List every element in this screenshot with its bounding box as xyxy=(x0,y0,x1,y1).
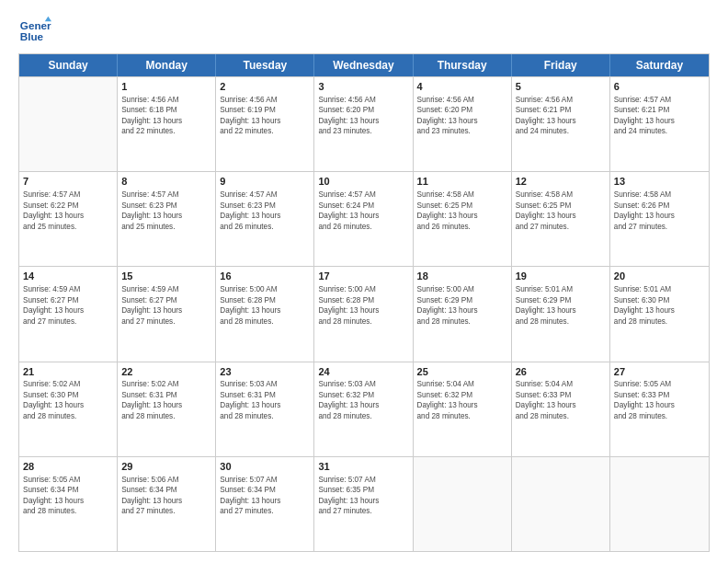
day-info: Sunrise: 4:57 AM Sunset: 6:23 PM Dayligh… xyxy=(220,190,310,232)
day-info: Sunrise: 5:07 AM Sunset: 6:34 PM Dayligh… xyxy=(220,475,310,517)
day-number: 2 xyxy=(220,80,310,94)
day-info: Sunrise: 4:57 AM Sunset: 6:23 PM Dayligh… xyxy=(121,190,211,232)
day-cell-22: 22Sunrise: 5:02 AM Sunset: 6:31 PM Dayli… xyxy=(118,362,216,456)
day-cell-12: 12Sunrise: 4:58 AM Sunset: 6:25 PM Dayli… xyxy=(512,172,610,266)
day-cell-17: 17Sunrise: 5:00 AM Sunset: 6:28 PM Dayli… xyxy=(314,267,413,361)
day-info: Sunrise: 4:59 AM Sunset: 6:27 PM Dayligh… xyxy=(121,284,211,327)
day-info: Sunrise: 5:07 AM Sunset: 6:35 PM Dayligh… xyxy=(318,475,408,517)
day-cell-11: 11Sunrise: 4:58 AM Sunset: 6:25 PM Dayli… xyxy=(414,172,512,266)
week-row-2: 7Sunrise: 4:57 AM Sunset: 6:22 PM Daylig… xyxy=(19,171,709,266)
day-cell-31: 31Sunrise: 5:07 AM Sunset: 6:35 PM Dayli… xyxy=(314,457,413,551)
logo-icon: General Blue xyxy=(18,15,51,48)
day-cell-20: 20Sunrise: 5:01 AM Sunset: 6:30 PM Dayli… xyxy=(610,267,709,361)
day-number: 22 xyxy=(121,365,211,379)
day-cell-30: 30Sunrise: 5:07 AM Sunset: 6:34 PM Dayli… xyxy=(216,457,314,551)
day-cell-3: 3Sunrise: 4:56 AM Sunset: 6:20 PM Daylig… xyxy=(314,77,413,171)
day-number: 23 xyxy=(220,365,310,379)
page: General Blue SundayMondayTuesdayWednesda… xyxy=(0,0,728,563)
day-number: 9 xyxy=(220,175,310,189)
day-info: Sunrise: 5:01 AM Sunset: 6:30 PM Dayligh… xyxy=(614,284,705,327)
day-info: Sunrise: 5:00 AM Sunset: 6:28 PM Dayligh… xyxy=(318,284,408,327)
day-cell-16: 16Sunrise: 5:00 AM Sunset: 6:28 PM Dayli… xyxy=(216,267,314,361)
day-info: Sunrise: 4:56 AM Sunset: 6:19 PM Dayligh… xyxy=(220,95,310,137)
calendar-body: 1Sunrise: 4:56 AM Sunset: 6:18 PM Daylig… xyxy=(19,76,709,551)
day-cell-4: 4Sunrise: 4:56 AM Sunset: 6:20 PM Daylig… xyxy=(414,77,512,171)
svg-text:Blue: Blue xyxy=(20,30,44,42)
day-cell-2: 2Sunrise: 4:56 AM Sunset: 6:19 PM Daylig… xyxy=(216,77,314,171)
day-info: Sunrise: 4:56 AM Sunset: 6:20 PM Dayligh… xyxy=(318,95,408,137)
day-cell-19: 19Sunrise: 5:01 AM Sunset: 6:29 PM Dayli… xyxy=(512,267,610,361)
day-number: 14 xyxy=(23,270,113,283)
day-info: Sunrise: 5:05 AM Sunset: 6:33 PM Dayligh… xyxy=(614,379,705,421)
empty-cell xyxy=(414,457,512,551)
week-row-3: 14Sunrise: 4:59 AM Sunset: 6:27 PM Dayli… xyxy=(19,266,709,361)
day-info: Sunrise: 5:00 AM Sunset: 6:28 PM Dayligh… xyxy=(220,284,310,327)
day-header-thursday: Thursday xyxy=(414,54,512,76)
day-header-saturday: Saturday xyxy=(610,54,709,76)
day-info: Sunrise: 5:04 AM Sunset: 6:32 PM Dayligh… xyxy=(417,379,507,421)
day-info: Sunrise: 4:58 AM Sunset: 6:26 PM Dayligh… xyxy=(614,190,705,232)
day-cell-6: 6Sunrise: 4:57 AM Sunset: 6:21 PM Daylig… xyxy=(610,77,709,171)
day-info: Sunrise: 5:01 AM Sunset: 6:29 PM Dayligh… xyxy=(516,284,606,327)
day-cell-28: 28Sunrise: 5:05 AM Sunset: 6:34 PM Dayli… xyxy=(19,457,118,551)
day-number: 10 xyxy=(318,175,408,189)
empty-cell xyxy=(19,77,118,171)
day-cell-10: 10Sunrise: 4:57 AM Sunset: 6:24 PM Dayli… xyxy=(314,172,413,266)
day-number: 4 xyxy=(417,80,507,94)
day-number: 19 xyxy=(516,270,606,283)
day-info: Sunrise: 5:00 AM Sunset: 6:29 PM Dayligh… xyxy=(417,284,507,327)
empty-cell xyxy=(610,457,709,551)
day-info: Sunrise: 5:03 AM Sunset: 6:31 PM Dayligh… xyxy=(220,379,310,421)
day-cell-27: 27Sunrise: 5:05 AM Sunset: 6:33 PM Dayli… xyxy=(610,362,709,456)
day-number: 1 xyxy=(121,80,211,94)
day-cell-13: 13Sunrise: 4:58 AM Sunset: 6:26 PM Dayli… xyxy=(610,172,709,266)
header: General Blue xyxy=(18,15,710,48)
day-info: Sunrise: 5:06 AM Sunset: 6:34 PM Dayligh… xyxy=(121,475,211,517)
day-number: 16 xyxy=(220,270,310,283)
day-header-sunday: Sunday xyxy=(19,54,118,76)
day-number: 5 xyxy=(516,80,606,94)
day-cell-14: 14Sunrise: 4:59 AM Sunset: 6:27 PM Dayli… xyxy=(19,267,118,361)
day-cell-25: 25Sunrise: 5:04 AM Sunset: 6:32 PM Dayli… xyxy=(414,362,512,456)
day-cell-8: 8Sunrise: 4:57 AM Sunset: 6:23 PM Daylig… xyxy=(118,172,216,266)
day-number: 7 xyxy=(23,175,113,189)
day-number: 12 xyxy=(516,175,606,189)
day-number: 8 xyxy=(121,175,211,189)
day-number: 15 xyxy=(121,270,211,283)
day-info: Sunrise: 4:56 AM Sunset: 6:21 PM Dayligh… xyxy=(516,95,606,137)
calendar: SundayMondayTuesdayWednesdayThursdayFrid… xyxy=(18,53,710,552)
day-number: 25 xyxy=(417,365,507,379)
day-number: 30 xyxy=(220,460,310,474)
day-number: 17 xyxy=(318,270,408,283)
day-cell-23: 23Sunrise: 5:03 AM Sunset: 6:31 PM Dayli… xyxy=(216,362,314,456)
day-cell-5: 5Sunrise: 4:56 AM Sunset: 6:21 PM Daylig… xyxy=(512,77,610,171)
day-cell-18: 18Sunrise: 5:00 AM Sunset: 6:29 PM Dayli… xyxy=(414,267,512,361)
week-row-1: 1Sunrise: 4:56 AM Sunset: 6:18 PM Daylig… xyxy=(19,76,709,171)
day-cell-7: 7Sunrise: 4:57 AM Sunset: 6:22 PM Daylig… xyxy=(19,172,118,266)
day-number: 20 xyxy=(614,270,705,283)
day-info: Sunrise: 5:04 AM Sunset: 6:33 PM Dayligh… xyxy=(516,379,606,421)
day-cell-1: 1Sunrise: 4:56 AM Sunset: 6:18 PM Daylig… xyxy=(118,77,216,171)
day-number: 3 xyxy=(318,80,408,94)
day-info: Sunrise: 4:57 AM Sunset: 6:24 PM Dayligh… xyxy=(318,190,408,232)
day-cell-26: 26Sunrise: 5:04 AM Sunset: 6:33 PM Dayli… xyxy=(512,362,610,456)
day-number: 24 xyxy=(318,365,408,379)
day-cell-29: 29Sunrise: 5:06 AM Sunset: 6:34 PM Dayli… xyxy=(118,457,216,551)
week-row-4: 21Sunrise: 5:02 AM Sunset: 6:30 PM Dayli… xyxy=(19,362,709,456)
day-info: Sunrise: 5:03 AM Sunset: 6:32 PM Dayligh… xyxy=(318,379,408,421)
day-number: 31 xyxy=(318,460,408,474)
day-header-monday: Monday xyxy=(118,54,216,76)
day-info: Sunrise: 4:59 AM Sunset: 6:27 PM Dayligh… xyxy=(23,284,113,327)
day-number: 11 xyxy=(417,175,507,189)
day-info: Sunrise: 4:58 AM Sunset: 6:25 PM Dayligh… xyxy=(417,190,507,232)
day-header-friday: Friday xyxy=(512,54,610,76)
day-header-tuesday: Tuesday xyxy=(216,54,314,76)
day-info: Sunrise: 4:57 AM Sunset: 6:21 PM Dayligh… xyxy=(614,95,705,137)
day-cell-24: 24Sunrise: 5:03 AM Sunset: 6:32 PM Dayli… xyxy=(314,362,413,456)
day-cell-15: 15Sunrise: 4:59 AM Sunset: 6:27 PM Dayli… xyxy=(118,267,216,361)
day-number: 13 xyxy=(614,175,705,189)
day-info: Sunrise: 4:56 AM Sunset: 6:20 PM Dayligh… xyxy=(417,95,507,137)
day-info: Sunrise: 5:05 AM Sunset: 6:34 PM Dayligh… xyxy=(23,475,113,517)
day-cell-9: 9Sunrise: 4:57 AM Sunset: 6:23 PM Daylig… xyxy=(216,172,314,266)
logo: General Blue xyxy=(18,15,51,48)
